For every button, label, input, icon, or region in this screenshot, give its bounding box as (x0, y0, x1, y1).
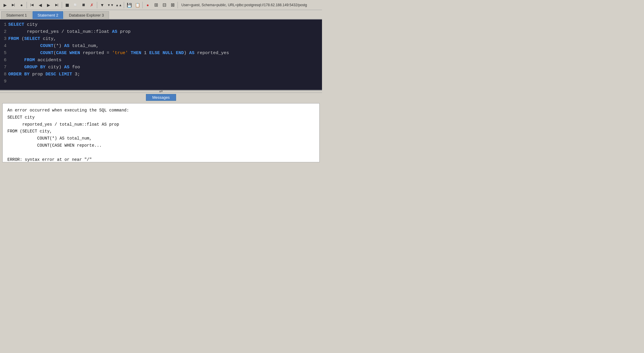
code-text-7: GROUP BY city) AS foo (8, 64, 322, 71)
line-num-2: 2 (0, 28, 6, 35)
code-line-3: 3 FROM (SELECT city, (0, 35, 322, 43)
db-btn[interactable]: ⊞ (152, 1, 160, 9)
filter-btn[interactable]: ▼ (98, 1, 106, 9)
line-num-6: 6 (0, 57, 6, 64)
refresh-btn[interactable]: ● (144, 1, 152, 9)
grid2-btn[interactable]: ◽ (71, 1, 79, 9)
filter2-btn[interactable]: ▼▼ (107, 1, 114, 9)
code-text-8: ORDER BY prop DESC LIMIT 3; (8, 71, 322, 78)
next-btn[interactable]: ▶ (45, 1, 52, 9)
cols-btn[interactable]: ⊟ (160, 1, 168, 9)
sep2 (62, 2, 62, 8)
first-btn[interactable]: |◀ (28, 1, 36, 9)
code-text-6: FROM accidents (8, 57, 322, 64)
run-btn[interactable]: ▶ (1, 1, 9, 9)
code-line-6: 6 FROM accidents (0, 57, 322, 64)
connection-status: User=guest, Schema=public, URL=jdbc:post… (181, 3, 307, 7)
sep1 (27, 2, 27, 8)
line-num-8: 8 (0, 71, 6, 78)
sep6 (178, 2, 178, 8)
run-step-btn[interactable]: ▶| (9, 1, 17, 9)
line-num-3: 3 (0, 35, 6, 43)
code-line-7: 7 GROUP BY city) AS foo (0, 64, 322, 71)
prev-btn[interactable]: ◀ (36, 1, 44, 9)
main-container: 1 SELECT city​ 2 reported_yes / total_nu… (0, 20, 322, 176)
sep3 (97, 2, 97, 8)
grid-btn[interactable]: ◼ (63, 1, 71, 9)
messages-tab[interactable]: Messages (146, 94, 176, 101)
line-num-5: 5 (0, 50, 6, 57)
stop-btn[interactable]: ● (18, 1, 25, 9)
editor-divider[interactable]: ▲▼ (0, 90, 322, 93)
code-text-2: reported_yes / total_num::float AS prop (8, 28, 322, 35)
code-line-1: 1 SELECT city​ (0, 21, 322, 28)
line-num-4: 4 (0, 43, 6, 50)
code-line-4: 4 COUNT(*) AS total_num, (0, 43, 322, 50)
code-line-2: 2 reported_yes / total_num::float AS pro… (0, 28, 322, 35)
code-text-4: COUNT(*) AS total_num, (8, 43, 322, 50)
divider-arrows: ▲▼ (159, 90, 163, 93)
line-num-7: 7 (0, 64, 6, 71)
tab-statement2[interactable]: Statement 2 (32, 11, 63, 19)
code-text-3: FROM (SELECT city, (8, 35, 322, 43)
error-message-area: An error occurred when executing the SQL… (2, 103, 320, 162)
export-btn[interactable]: 📋 (134, 1, 141, 9)
sep4 (124, 2, 124, 8)
code-line-5: 5 COUNT(CASE WHEN reported = 'true' THEN… (0, 50, 322, 57)
filter3-btn[interactable]: ▲▲ (115, 1, 123, 9)
last-btn[interactable]: ▶| (53, 1, 61, 9)
rows-btn[interactable]: ⊠ (169, 1, 176, 9)
line-num-9: 9 (0, 78, 6, 85)
line-num-1: 1 (0, 21, 6, 28)
toolbar: ▶ ▶| ● |◀ ◀ ▶ ▶| ◼ ◽ ◾ ✗ ▼ ▼▼ ▲▲ 💾 📋 ● ⊞… (0, 0, 322, 10)
grid3-btn[interactable]: ◾ (80, 1, 87, 9)
tab-db-explorer[interactable]: Database Explorer 3 (64, 11, 109, 19)
code-text-5: COUNT(CASE WHEN reported = 'true' THEN 1… (8, 50, 322, 57)
editor-content: 1 SELECT city​ 2 reported_yes / total_nu… (0, 20, 322, 90)
code-text-1: SELECT city​ (8, 21, 322, 28)
code-line-9: 9 (0, 78, 322, 85)
messages-header: Messages (0, 93, 322, 102)
tab-statement1[interactable]: Statement 1 (1, 11, 32, 19)
code-line-8: 8 ORDER BY prop DESC LIMIT 3; (0, 71, 322, 78)
tab-bar: Statement 1 Statement 2 Database Explore… (0, 10, 322, 20)
save-btn[interactable]: 💾 (125, 1, 133, 9)
sep5 (142, 2, 143, 8)
close-btn[interactable]: ✗ (88, 1, 96, 9)
sql-editor[interactable]: 1 SELECT city​ 2 reported_yes / total_nu… (0, 20, 322, 90)
